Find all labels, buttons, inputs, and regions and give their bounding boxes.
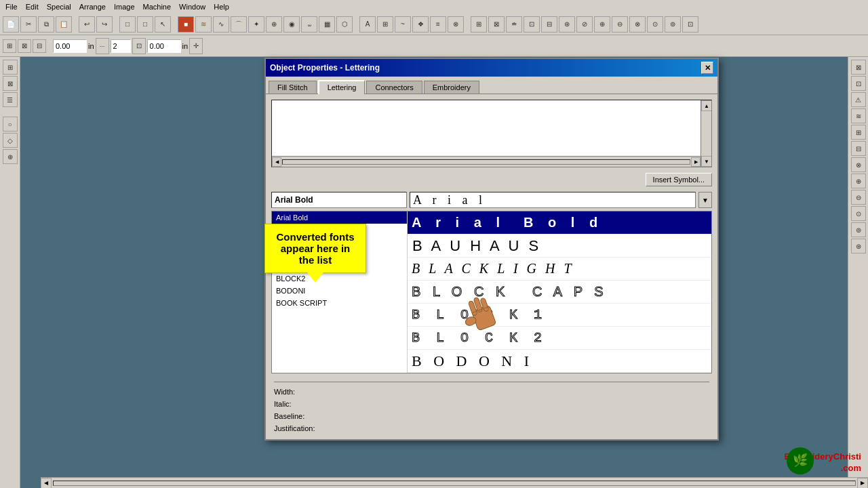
tab-lettering[interactable]: Lettering: [318, 80, 366, 94]
tb-btn-zig[interactable]: ⩊: [301, 16, 317, 33]
tb-btn-more9[interactable]: ⊚: [665, 16, 681, 33]
tb-btn-more5[interactable]: ⊕: [594, 16, 610, 33]
tab-embroidery[interactable]: Embroidery: [424, 81, 479, 94]
tb-btn-more1[interactable]: ⊡: [524, 16, 540, 33]
tb-btn-paste[interactable]: 📋: [56, 16, 72, 33]
left-tb-btn6[interactable]: ⊕: [3, 149, 18, 164]
tb-btn-more4[interactable]: ⊘: [576, 16, 593, 33]
font-item-block2[interactable]: BLOCK2: [272, 272, 407, 285]
tb-btn-more7[interactable]: ⊗: [629, 16, 646, 33]
right-tb-btn6[interactable]: ⊟: [851, 141, 866, 156]
font-preview-block-caps[interactable]: B L O C K C A P S: [408, 281, 711, 304]
tb-btn-multi[interactable]: ⊗: [448, 16, 464, 33]
text-scroll-down[interactable]: ▼: [701, 156, 712, 167]
tb-btn-more6[interactable]: ⊖: [612, 16, 628, 33]
right-tb-btn9[interactable]: ⊖: [851, 190, 866, 205]
text-scroll-up[interactable]: ▲: [701, 100, 712, 111]
font-preview-arial-bold[interactable]: A r i a l B o l d: [408, 211, 711, 235]
tb-btn-more2[interactable]: ⊟: [541, 16, 557, 33]
text-scrollbar-vertical[interactable]: ▲ ▼: [701, 100, 711, 167]
tb-btn-undo[interactable]: ↩: [79, 16, 95, 33]
right-tb-btn1[interactable]: ⊠: [851, 60, 866, 75]
tb-btn-motif[interactable]: ❖: [412, 16, 429, 33]
tb2-btn1[interactable]: ⊞: [3, 39, 16, 53]
left-tb-btn3[interactable]: ☰: [3, 92, 18, 107]
menu-window[interactable]: Window: [179, 3, 205, 11]
tb2-btn2[interactable]: ⊠: [18, 39, 31, 53]
right-tb-btn4[interactable]: ≋: [851, 108, 866, 123]
tb-btn-radial[interactable]: ⊕: [266, 16, 282, 33]
right-tb-btn2[interactable]: ⊡: [851, 76, 866, 91]
tb-btn-more8[interactable]: ⊙: [647, 16, 663, 33]
right-tb-btn8[interactable]: ⊕: [851, 174, 866, 188]
font-preview-block2[interactable]: B L O C K 2: [408, 327, 711, 350]
tb-btn-stamp[interactable]: ⬡: [336, 16, 353, 33]
tab-connectors[interactable]: Connectors: [366, 81, 422, 94]
text-input-area[interactable]: ▲ ▼ ◀ ▶: [271, 100, 712, 167]
tb-btn-zoom-out[interactable]: □: [137, 16, 153, 33]
tb-btn-cut[interactable]: ✂: [20, 16, 37, 33]
font-name-input[interactable]: [271, 192, 407, 208]
tb-btn-redo[interactable]: ↪: [96, 16, 113, 33]
scroll-right-arrow[interactable]: ▶: [857, 478, 868, 489]
tb-btn-more3[interactable]: ⊛: [559, 16, 575, 33]
menu-image[interactable]: Image: [114, 3, 135, 11]
tb-btn-satin[interactable]: ≋: [195, 16, 212, 33]
font-preview-block1[interactable]: B L O C K 1: [408, 304, 711, 327]
right-tb-btn5[interactable]: ⊞: [851, 125, 866, 140]
font-preview-blacklight[interactable]: B L A C K L I G H T: [408, 258, 711, 281]
right-tb-btn11[interactable]: ⊚: [851, 222, 866, 237]
tb-btn-align[interactable]: ⊠: [488, 16, 505, 33]
left-tb-btn2[interactable]: ⊠: [3, 76, 18, 91]
tb-btn-copy[interactable]: ⧉: [38, 16, 54, 33]
tb2-arrow[interactable]: ⊡: [132, 38, 146, 54]
tb-btn-new[interactable]: 📄: [3, 16, 19, 33]
text-scroll-right[interactable]: ▶: [691, 157, 701, 167]
font-item-book-script[interactable]: BOOK SCRIPT: [272, 297, 407, 309]
scrollbar-bottom[interactable]: ◀ ▶: [41, 477, 868, 488]
coord-num-input[interactable]: [111, 39, 131, 53]
left-tb-btn5[interactable]: ◇: [3, 133, 18, 148]
tb-btn-cross[interactable]: ✦: [248, 16, 264, 33]
tb-btn-fill[interactable]: ■: [178, 16, 194, 33]
menu-help[interactable]: Help: [214, 3, 229, 11]
menu-machine[interactable]: Machine: [143, 3, 172, 11]
menu-edit[interactable]: Edit: [26, 3, 39, 11]
tb-btn-letter[interactable]: A: [359, 16, 376, 33]
left-tb-btn1[interactable]: ⊞: [3, 60, 18, 75]
font-dropdown-button[interactable]: ▼: [698, 192, 712, 208]
font-item-arial-bold[interactable]: Arial Bold: [272, 211, 407, 224]
tb2-cross[interactable]: ✛: [189, 38, 203, 54]
tb-btn-outline[interactable]: ∿: [213, 16, 229, 33]
tb2-btn3[interactable]: ⊟: [33, 39, 46, 53]
right-tb-btn12[interactable]: ⊛: [851, 239, 866, 253]
tb2-dots[interactable]: ···: [96, 38, 109, 54]
tb-btn-prog[interactable]: ≡: [430, 16, 446, 33]
tb-btn-spiral[interactable]: ◉: [283, 16, 300, 33]
menu-special[interactable]: Special: [47, 3, 71, 11]
menu-arrange[interactable]: Arrange: [79, 3, 106, 11]
font-item-bodoni[interactable]: BODONI: [272, 285, 407, 297]
font-preview-bodoni[interactable]: B O D O N I: [408, 350, 711, 373]
tb-btn-grid[interactable]: ⊞: [377, 16, 393, 33]
tb-btn-dist[interactable]: ≐: [506, 16, 522, 33]
tb-btn-zoom-in[interactable]: □: [119, 16, 136, 33]
tb-btn-bean[interactable]: ⌒: [231, 16, 247, 33]
font-preview-bauhaus[interactable]: B A U H A U S: [408, 235, 711, 258]
tb-btn-layers[interactable]: ⊞: [471, 16, 487, 33]
menu-file[interactable]: File: [5, 3, 18, 11]
tab-fill-stitch[interactable]: Fill Stitch: [269, 81, 317, 94]
tb-btn-select[interactable]: ↖: [155, 16, 171, 33]
right-tb-btn7[interactable]: ⊗: [851, 157, 866, 172]
dialog-close-button[interactable]: ✕: [701, 62, 713, 74]
tb-btn-seq[interactable]: ~: [395, 16, 411, 33]
text-scroll-left[interactable]: ◀: [272, 157, 281, 167]
text-scrollbar-horizontal[interactable]: ◀ ▶: [272, 156, 701, 167]
insert-symbol-button[interactable]: Insert Symbol...: [646, 173, 712, 186]
tb-btn-export[interactable]: ⊡: [682, 16, 698, 33]
right-tb-btn3[interactable]: ⚠: [851, 92, 866, 107]
coord-x-input[interactable]: [53, 39, 87, 53]
right-tb-btn10[interactable]: ⊙: [851, 206, 866, 221]
scroll-left-arrow[interactable]: ◀: [41, 478, 52, 489]
coord-y-input[interactable]: [147, 39, 181, 53]
